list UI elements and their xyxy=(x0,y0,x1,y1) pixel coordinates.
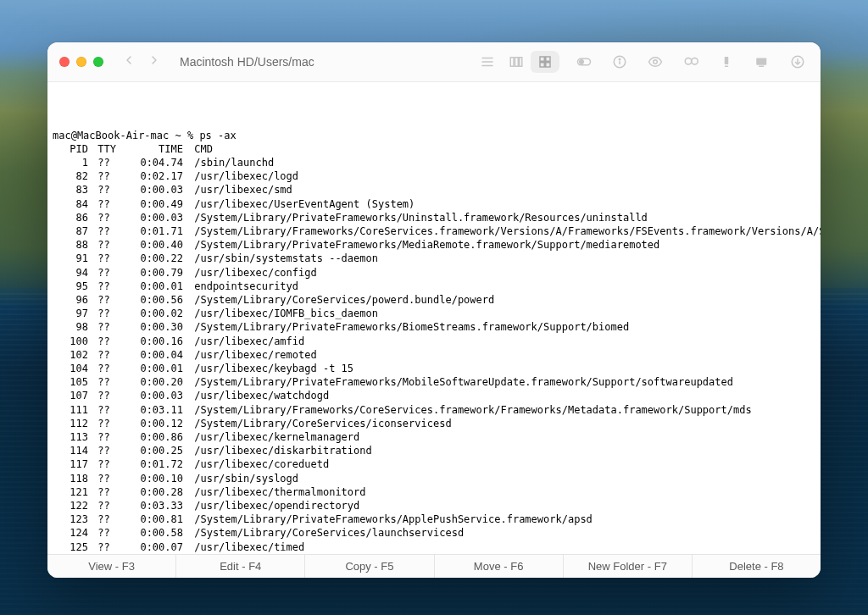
ps-pid: 121 xyxy=(51,485,92,499)
ps-row: 86 ??0:00.03 /System/Library/PrivateFram… xyxy=(51,211,821,224)
ps-tty: ?? xyxy=(92,320,115,334)
ps-time: 0:02.17 xyxy=(115,169,188,183)
ps-tty: ?? xyxy=(92,211,115,224)
ps-cmd: /usr/libexec/timed xyxy=(188,540,821,554)
close-icon[interactable] xyxy=(59,57,70,67)
info-icon[interactable] xyxy=(609,51,631,73)
footer-newfolder-button[interactable]: New Folder - F7 xyxy=(564,555,693,578)
ps-cmd: /System/Library/Frameworks/CoreServices.… xyxy=(188,224,821,238)
ps-cmd: /usr/libexec/IOMFB_bics_daemon xyxy=(188,307,821,320)
view-columns-button[interactable] xyxy=(502,51,531,73)
ps-time: 0:00.28 xyxy=(115,485,188,499)
ps-time: 0:00.20 xyxy=(115,375,188,389)
ps-pid: 83 xyxy=(51,183,92,197)
ps-time: 0:00.40 xyxy=(115,238,188,252)
preview-icon[interactable] xyxy=(644,51,666,73)
ps-row: 100 ??0:00.16 /usr/libexec/amfid xyxy=(51,335,821,348)
ps-pid: 102 xyxy=(51,348,92,362)
svg-rect-19 xyxy=(725,65,729,67)
ps-time: 0:01.72 xyxy=(115,457,188,471)
ps-row: 111 ??0:03.11 /System/Library/Frameworks… xyxy=(51,403,821,417)
download-icon[interactable] xyxy=(787,51,809,73)
ps-time: 0:00.12 xyxy=(115,417,188,430)
ps-row: 114 ??0:00.25 /usr/libexec/diskarbitrati… xyxy=(51,444,821,457)
svg-rect-3 xyxy=(510,58,514,67)
ps-row: 91 ??0:00.22 /usr/sbin/systemstats --dae… xyxy=(51,252,821,265)
ps-time: 0:00.25 xyxy=(115,444,188,457)
ps-tty: ?? xyxy=(92,197,115,211)
minimize-icon[interactable] xyxy=(76,57,86,67)
ps-cmd: /System/Library/PrivateFrameworks/MediaR… xyxy=(188,238,821,252)
ps-row: 123 ??0:00.81 /System/Library/PrivateFra… xyxy=(51,512,821,526)
search-icon[interactable] xyxy=(680,51,702,73)
ps-pid: 123 xyxy=(51,512,92,526)
ps-pid: 113 xyxy=(51,430,92,444)
ps-time: 0:03.11 xyxy=(115,403,188,417)
ps-tty: ?? xyxy=(92,540,115,554)
ps-pid: 94 xyxy=(51,266,92,280)
ps-cmd: /usr/libexec/keybagd -t 15 xyxy=(188,362,821,375)
ps-row: 98 ??0:00.30 /System/Library/PrivateFram… xyxy=(51,320,821,334)
ps-pid: 125 xyxy=(51,540,92,554)
back-button[interactable] xyxy=(122,53,136,69)
window-controls xyxy=(59,57,103,67)
eject-icon[interactable] xyxy=(715,51,737,73)
footer-view-button[interactable]: View - F3 xyxy=(47,555,176,578)
footer-copy-button[interactable]: Copy - F5 xyxy=(305,555,434,578)
ps-time: 0:00.01 xyxy=(115,362,188,375)
ps-time: 0:00.03 xyxy=(115,389,188,402)
ps-time: 0:00.81 xyxy=(115,512,188,526)
connect-icon[interactable] xyxy=(751,51,773,73)
ps-time: 0:01.71 xyxy=(115,224,188,238)
ps-tty: ?? xyxy=(92,307,115,320)
ps-pid: 122 xyxy=(51,499,92,512)
ps-tty: ?? xyxy=(92,389,115,402)
view-grid-button[interactable] xyxy=(531,51,559,73)
ps-pid: 96 xyxy=(51,293,92,307)
svg-rect-4 xyxy=(515,58,519,67)
ps-tty: ?? xyxy=(92,499,115,512)
ps-row: 88 ??0:00.40 /System/Library/PrivateFram… xyxy=(51,238,821,252)
ps-header-cmd: CMD xyxy=(188,142,821,156)
zoom-icon[interactable] xyxy=(93,57,103,67)
ps-row: 83 ??0:00.03 /usr/libexec/smd xyxy=(51,183,821,197)
ps-row: 124 ??0:00.58 /System/Library/CoreServic… xyxy=(51,526,821,540)
ps-time: 0:00.07 xyxy=(115,540,188,554)
ps-row: 82 ??0:02.17 /usr/libexec/logd xyxy=(51,169,821,183)
ps-time: 0:00.58 xyxy=(115,526,188,540)
ps-tty: ?? xyxy=(92,375,115,389)
svg-rect-5 xyxy=(520,58,522,67)
ps-cmd: /System/Library/PrivateFrameworks/AppleP… xyxy=(188,512,821,526)
toggle-icon[interactable] xyxy=(573,51,595,73)
ps-pid: 84 xyxy=(51,197,92,211)
ps-pid: 100 xyxy=(51,335,92,348)
ps-time: 0:04.74 xyxy=(115,156,188,169)
ps-pid: 1 xyxy=(51,156,92,169)
ps-cmd: /System/Library/PrivateFrameworks/Mobile… xyxy=(188,375,821,389)
ps-pid: 105 xyxy=(51,375,92,389)
ps-cmd: /System/Library/PrivateFrameworks/Uninst… xyxy=(188,211,821,224)
footer-toolbar: View - F3 Edit - F4 Copy - F5 Move - F6 … xyxy=(47,554,821,578)
ps-header-row: PID TTYTIME CMD xyxy=(51,142,821,156)
ps-row: 102 ??0:00.04 /usr/libexec/remoted xyxy=(51,348,821,362)
svg-rect-7 xyxy=(546,57,550,61)
svg-point-11 xyxy=(580,60,584,64)
ps-time: 0:00.03 xyxy=(115,183,188,197)
ps-pid: 82 xyxy=(51,169,92,183)
terminal-output[interactable]: mac@MacBook-Air-mac ~ % ps -axPID TTYTIM… xyxy=(47,82,821,554)
ps-cmd: /usr/libexec/thermalmonitord xyxy=(188,485,821,499)
view-list-button[interactable] xyxy=(473,51,502,73)
svg-rect-9 xyxy=(546,63,550,67)
footer-edit-button[interactable]: Edit - F4 xyxy=(176,555,305,578)
footer-delete-button[interactable]: Delete - F8 xyxy=(693,555,821,578)
svg-rect-20 xyxy=(756,58,766,64)
app-window: Macintosh HD/Users/mac xyxy=(47,42,821,578)
ps-time: 0:00.03 xyxy=(115,211,188,224)
forward-button[interactable] xyxy=(147,53,161,69)
ps-cmd: /usr/libexec/remoted xyxy=(188,348,821,362)
titlebar: Macintosh HD/Users/mac xyxy=(47,42,821,82)
ps-tty: ?? xyxy=(92,252,115,265)
ps-time: 0:00.86 xyxy=(115,430,188,444)
view-mode-segment xyxy=(473,51,559,73)
footer-move-button[interactable]: Move - F6 xyxy=(435,555,564,578)
